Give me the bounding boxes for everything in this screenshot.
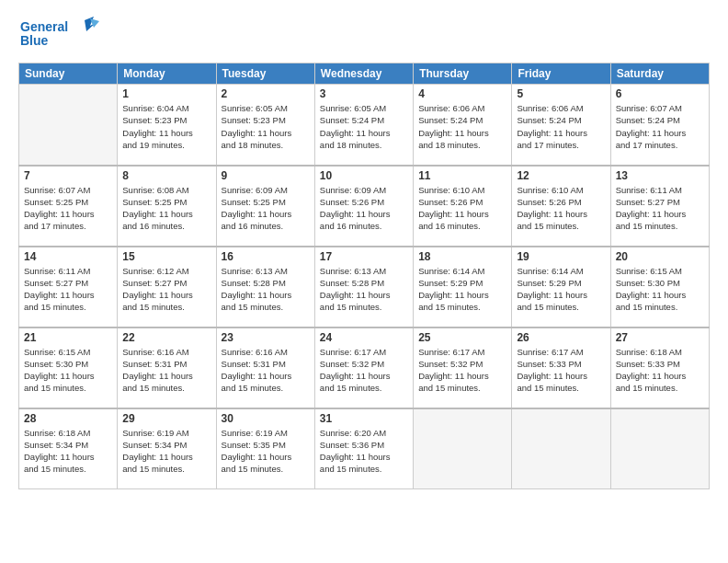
day-info: Sunrise: 6:10 AMSunset: 5:26 PMDaylight:… — [418, 184, 506, 233]
calendar-cell: 21Sunrise: 6:15 AMSunset: 5:30 PMDayligh… — [19, 327, 118, 408]
calendar-cell: 7Sunrise: 6:07 AMSunset: 5:25 PMDaylight… — [19, 166, 118, 247]
col-header-friday: Friday — [512, 63, 610, 85]
calendar-cell: 9Sunrise: 6:09 AMSunset: 5:25 PMDaylight… — [216, 166, 314, 247]
col-header-tuesday: Tuesday — [216, 63, 314, 85]
calendar-cell: 30Sunrise: 6:19 AMSunset: 5:35 PMDayligh… — [216, 408, 314, 489]
calendar-header-row: SundayMondayTuesdayWednesdayThursdayFrid… — [19, 63, 710, 85]
week-row-3: 14Sunrise: 6:11 AMSunset: 5:27 PMDayligh… — [19, 247, 710, 327]
day-info: Sunrise: 6:14 AMSunset: 5:29 PMDaylight:… — [418, 265, 506, 314]
day-number: 19 — [517, 250, 605, 263]
day-info: Sunrise: 6:13 AMSunset: 5:28 PMDaylight:… — [320, 265, 408, 314]
calendar-cell: 15Sunrise: 6:12 AMSunset: 5:27 PMDayligh… — [118, 247, 216, 327]
day-number: 7 — [24, 169, 112, 182]
day-number: 30 — [222, 412, 310, 425]
col-header-saturday: Saturday — [610, 63, 709, 85]
day-number: 9 — [222, 169, 310, 182]
svg-text:General: General — [20, 19, 68, 34]
calendar-cell: 11Sunrise: 6:10 AMSunset: 5:26 PMDayligh… — [414, 166, 512, 247]
day-number: 1 — [122, 87, 210, 100]
calendar-cell: 17Sunrise: 6:13 AMSunset: 5:28 PMDayligh… — [314, 247, 413, 327]
day-info: Sunrise: 6:20 AMSunset: 5:36 PMDaylight:… — [320, 427, 408, 476]
calendar-cell: 20Sunrise: 6:15 AMSunset: 5:30 PMDayligh… — [610, 247, 709, 327]
day-info: Sunrise: 6:11 AMSunset: 5:27 PMDaylight:… — [24, 265, 112, 314]
week-row-4: 21Sunrise: 6:15 AMSunset: 5:30 PMDayligh… — [19, 327, 710, 408]
calendar-cell: 4Sunrise: 6:06 AMSunset: 5:24 PMDaylight… — [414, 85, 512, 166]
day-info: Sunrise: 6:06 AMSunset: 5:24 PMDaylight:… — [418, 102, 506, 151]
day-info: Sunrise: 6:13 AMSunset: 5:28 PMDaylight:… — [222, 265, 310, 314]
day-number: 18 — [418, 250, 506, 263]
calendar-cell: 27Sunrise: 6:18 AMSunset: 5:33 PMDayligh… — [610, 327, 709, 408]
day-number: 17 — [320, 250, 408, 263]
calendar-cell: 23Sunrise: 6:16 AMSunset: 5:31 PMDayligh… — [216, 327, 314, 408]
day-number: 16 — [222, 250, 310, 263]
day-info: Sunrise: 6:09 AMSunset: 5:26 PMDaylight:… — [320, 184, 408, 233]
day-info: Sunrise: 6:07 AMSunset: 5:25 PMDaylight:… — [24, 184, 112, 233]
calendar-cell: 12Sunrise: 6:10 AMSunset: 5:26 PMDayligh… — [512, 166, 610, 247]
calendar-cell: 25Sunrise: 6:17 AMSunset: 5:32 PMDayligh… — [414, 327, 512, 408]
day-number: 25 — [418, 331, 506, 344]
calendar-cell: 13Sunrise: 6:11 AMSunset: 5:27 PMDayligh… — [610, 166, 709, 247]
day-info: Sunrise: 6:19 AMSunset: 5:35 PMDaylight:… — [222, 427, 310, 476]
calendar-cell: 3Sunrise: 6:05 AMSunset: 5:24 PMDaylight… — [314, 85, 413, 166]
logo: General Blue — [18, 17, 101, 55]
calendar-cell: 29Sunrise: 6:19 AMSunset: 5:34 PMDayligh… — [118, 408, 216, 489]
day-info: Sunrise: 6:05 AMSunset: 5:23 PMDaylight:… — [222, 102, 310, 151]
calendar-cell — [414, 408, 512, 489]
day-info: Sunrise: 6:14 AMSunset: 5:29 PMDaylight:… — [517, 265, 605, 314]
day-info: Sunrise: 6:11 AMSunset: 5:27 PMDaylight:… — [616, 184, 704, 233]
day-info: Sunrise: 6:07 AMSunset: 5:24 PMDaylight:… — [616, 102, 704, 151]
day-number: 29 — [122, 412, 210, 425]
day-info: Sunrise: 6:04 AMSunset: 5:23 PMDaylight:… — [122, 102, 210, 151]
calendar-cell: 31Sunrise: 6:20 AMSunset: 5:36 PMDayligh… — [314, 408, 413, 489]
calendar-cell: 10Sunrise: 6:09 AMSunset: 5:26 PMDayligh… — [314, 166, 413, 247]
day-info: Sunrise: 6:16 AMSunset: 5:31 PMDaylight:… — [222, 346, 310, 395]
day-number: 28 — [24, 412, 112, 425]
day-number: 26 — [517, 331, 605, 344]
day-info: Sunrise: 6:12 AMSunset: 5:27 PMDaylight:… — [122, 265, 210, 314]
day-number: 5 — [517, 87, 605, 100]
day-number: 27 — [616, 331, 704, 344]
day-number: 20 — [616, 250, 704, 263]
day-number: 31 — [320, 412, 408, 425]
calendar-cell: 8Sunrise: 6:08 AMSunset: 5:25 PMDaylight… — [118, 166, 216, 247]
day-number: 22 — [122, 331, 210, 344]
day-number: 21 — [24, 331, 112, 344]
calendar-cell — [19, 85, 118, 166]
col-header-monday: Monday — [118, 63, 216, 85]
day-number: 11 — [418, 169, 506, 182]
calendar-cell: 1Sunrise: 6:04 AMSunset: 5:23 PMDaylight… — [118, 85, 216, 166]
calendar-cell: 28Sunrise: 6:18 AMSunset: 5:34 PMDayligh… — [19, 408, 118, 489]
calendar-cell — [512, 408, 610, 489]
calendar-cell: 18Sunrise: 6:14 AMSunset: 5:29 PMDayligh… — [414, 247, 512, 327]
day-info: Sunrise: 6:10 AMSunset: 5:26 PMDaylight:… — [517, 184, 605, 233]
week-row-2: 7Sunrise: 6:07 AMSunset: 5:25 PMDaylight… — [19, 166, 710, 247]
calendar-cell: 2Sunrise: 6:05 AMSunset: 5:23 PMDaylight… — [216, 85, 314, 166]
week-row-5: 28Sunrise: 6:18 AMSunset: 5:34 PMDayligh… — [19, 408, 710, 489]
calendar-cell: 22Sunrise: 6:16 AMSunset: 5:31 PMDayligh… — [118, 327, 216, 408]
calendar-cell: 19Sunrise: 6:14 AMSunset: 5:29 PMDayligh… — [512, 247, 610, 327]
day-number: 6 — [616, 87, 704, 100]
col-header-thursday: Thursday — [414, 63, 512, 85]
logo-svg: General Blue — [18, 17, 101, 55]
day-info: Sunrise: 6:15 AMSunset: 5:30 PMDaylight:… — [616, 265, 704, 314]
col-header-sunday: Sunday — [19, 63, 118, 85]
week-row-1: 1Sunrise: 6:04 AMSunset: 5:23 PMDaylight… — [19, 85, 710, 166]
calendar-table: SundayMondayTuesdayWednesdayThursdayFrid… — [18, 63, 710, 489]
calendar-cell: 24Sunrise: 6:17 AMSunset: 5:32 PMDayligh… — [314, 327, 413, 408]
calendar-cell — [610, 408, 709, 489]
calendar-cell: 14Sunrise: 6:11 AMSunset: 5:27 PMDayligh… — [19, 247, 118, 327]
day-info: Sunrise: 6:15 AMSunset: 5:30 PMDaylight:… — [24, 346, 112, 395]
day-number: 14 — [24, 250, 112, 263]
day-info: Sunrise: 6:17 AMSunset: 5:32 PMDaylight:… — [418, 346, 506, 395]
day-number: 4 — [418, 87, 506, 100]
day-number: 13 — [616, 169, 704, 182]
day-number: 8 — [122, 169, 210, 182]
day-number: 23 — [222, 331, 310, 344]
calendar-cell: 6Sunrise: 6:07 AMSunset: 5:24 PMDaylight… — [610, 85, 709, 166]
day-info: Sunrise: 6:05 AMSunset: 5:24 PMDaylight:… — [320, 102, 408, 151]
calendar-cell: 26Sunrise: 6:17 AMSunset: 5:33 PMDayligh… — [512, 327, 610, 408]
day-number: 2 — [222, 87, 310, 100]
day-info: Sunrise: 6:09 AMSunset: 5:25 PMDaylight:… — [222, 184, 310, 233]
day-info: Sunrise: 6:06 AMSunset: 5:24 PMDaylight:… — [517, 102, 605, 151]
day-info: Sunrise: 6:18 AMSunset: 5:34 PMDaylight:… — [24, 427, 112, 476]
